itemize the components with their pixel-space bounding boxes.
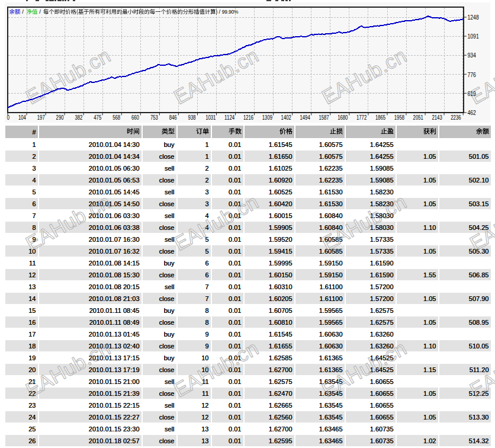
- svg-text:462: 462: [468, 109, 476, 116]
- svg-text:/: /: [219, 8, 221, 15]
- svg-text:1248: 1248: [468, 14, 479, 21]
- svg-text:1958: 1958: [394, 114, 405, 121]
- svg-text:2143: 2143: [432, 114, 443, 121]
- svg-text:99.90%: 99.90%: [222, 9, 239, 15]
- svg-text:382: 382: [75, 114, 83, 121]
- svg-text:1402: 1402: [281, 114, 292, 121]
- svg-text:2051: 2051: [413, 114, 424, 121]
- svg-text:1309: 1309: [262, 114, 273, 121]
- svg-text:104: 104: [18, 114, 26, 121]
- svg-text:1031: 1031: [205, 114, 216, 121]
- svg-text:1091: 1091: [468, 33, 479, 40]
- svg-text:1124: 1124: [224, 114, 235, 121]
- svg-text:2236: 2236: [451, 114, 461, 121]
- svg-text:1216: 1216: [243, 114, 254, 121]
- svg-text:1587: 1587: [319, 114, 329, 121]
- svg-text:1865: 1865: [375, 114, 386, 121]
- svg-text:934: 934: [468, 52, 477, 59]
- svg-text:619: 619: [468, 90, 476, 97]
- svg-text:0: 0: [7, 114, 10, 121]
- svg-text:846: 846: [169, 114, 177, 121]
- svg-text:776: 776: [468, 71, 476, 78]
- svg-text:938: 938: [188, 114, 196, 121]
- svg-text:290: 290: [56, 114, 64, 121]
- svg-text:1494: 1494: [300, 114, 311, 121]
- svg-text:/: /: [39, 8, 41, 15]
- svg-text:475: 475: [94, 114, 101, 121]
- svg-text:197: 197: [37, 114, 45, 121]
- svg-text:660: 660: [131, 114, 139, 121]
- svg-text:1680: 1680: [338, 114, 348, 121]
- svg-text:753: 753: [150, 114, 158, 121]
- svg-text:1772: 1772: [356, 114, 367, 121]
- svg-text:568: 568: [112, 114, 120, 121]
- svg-text:/: /: [22, 8, 24, 15]
